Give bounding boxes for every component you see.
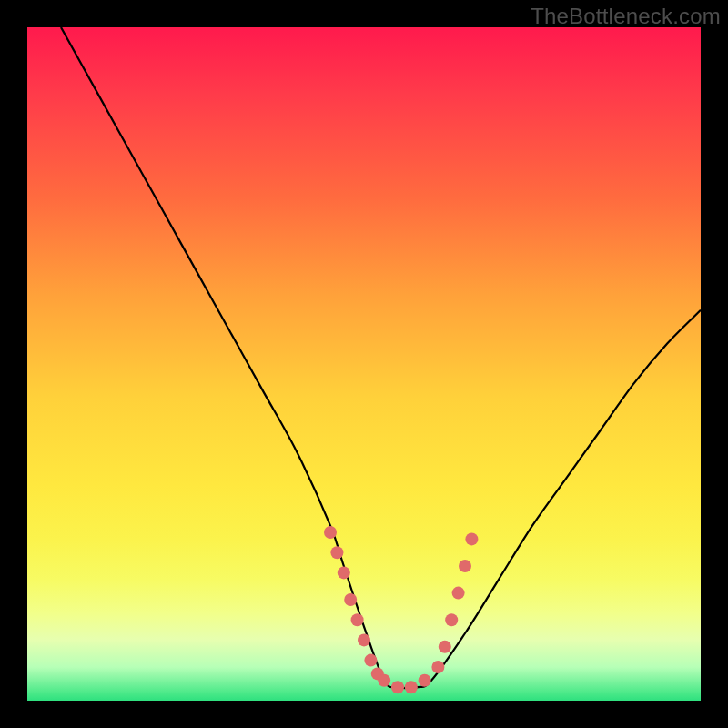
watermark-label: TheBottleneck.com: [531, 4, 721, 29]
curve-marker: [419, 674, 431, 687]
curve-marker: [405, 681, 418, 693]
chart-svg: [27, 27, 701, 701]
curve-marker: [459, 560, 471, 572]
curve-marker: [431, 661, 444, 673]
curve-marker: [445, 613, 458, 626]
curve-marker: [338, 566, 350, 579]
curve-marker: [378, 674, 390, 687]
chart-frame: [27, 27, 701, 701]
curve-marker: [465, 532, 478, 545]
curve-marker: [364, 654, 377, 667]
curve-marker: [391, 681, 404, 693]
curve-marker: [324, 526, 337, 539]
curve-marker: [358, 633, 370, 646]
curve-marker: [344, 593, 357, 606]
curve-marker: [439, 641, 451, 653]
bottleneck-curve-path: [61, 27, 701, 688]
curve-marker: [330, 546, 343, 559]
curve-markers: [324, 526, 478, 693]
curve-marker: [351, 613, 364, 626]
curve-marker: [452, 587, 465, 600]
